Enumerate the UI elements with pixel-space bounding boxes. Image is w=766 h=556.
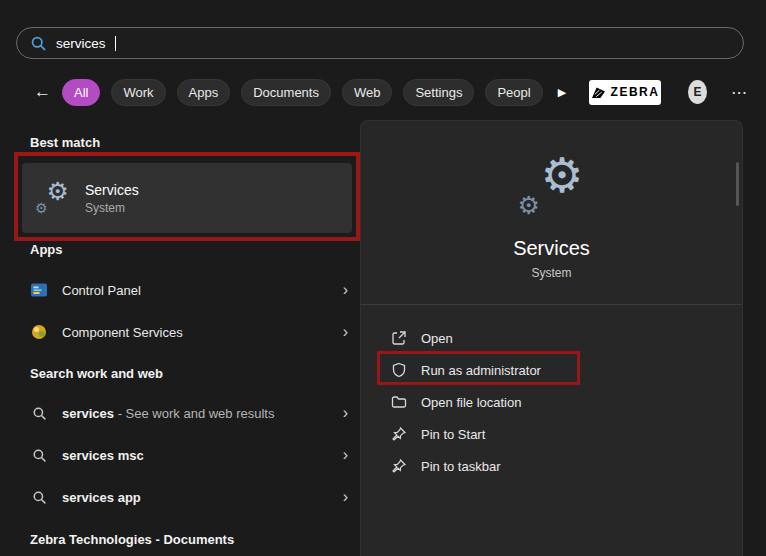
divider <box>361 304 742 305</box>
apps-heading: Apps <box>30 242 63 257</box>
more-options-icon[interactable]: ⋯ <box>731 83 748 102</box>
open-icon <box>391 330 407 346</box>
suggestion-query: services <box>62 406 114 421</box>
action-open-file-location[interactable]: Open file location <box>391 386 711 418</box>
action-label: Open file location <box>421 395 521 410</box>
web-search-heading: Search work and web <box>30 366 163 381</box>
best-match-item-services[interactable]: ⚙ ⚙ Services System <box>22 163 352 233</box>
best-match-heading: Best match <box>30 135 100 150</box>
chevron-right-icon[interactable]: › <box>339 282 352 298</box>
filter-tab-settings[interactable]: Settings <box>403 79 474 106</box>
search-icon <box>30 35 47 52</box>
list-item-label: Control Panel <box>62 283 141 298</box>
search-icon <box>30 446 48 464</box>
component-services-icon <box>30 323 48 341</box>
folder-icon <box>391 394 407 410</box>
filter-tab-web[interactable]: Web <box>342 79 393 106</box>
documents-heading: Zebra Technologies - Documents <box>30 532 234 547</box>
chevron-right-icon[interactable]: › <box>339 405 352 421</box>
filter-tab-people[interactable]: Peopl <box>485 79 542 106</box>
zebra-logo-label: ZEBRA <box>611 85 660 99</box>
services-gear-icon: ⚙ ⚙ <box>36 182 68 214</box>
chevron-right-icon[interactable]: › <box>339 489 352 505</box>
pin-icon <box>391 458 407 474</box>
filter-tab-work[interactable]: Work <box>111 79 165 106</box>
action-label: Run as administrator <box>421 363 541 378</box>
action-label: Open <box>421 331 453 346</box>
best-match-title: Services <box>85 182 139 198</box>
action-run-as-administrator[interactable]: Run as administrator <box>391 354 711 386</box>
search-icon <box>30 488 48 506</box>
filter-row: ← All Work Apps Documents Web Settings P… <box>34 78 748 106</box>
web-suggestion-services-msc[interactable]: services msc › <box>30 440 352 470</box>
filter-tab-documents[interactable]: Documents <box>241 79 331 106</box>
admin-shield-icon <box>391 362 407 378</box>
services-gear-icon: ⚙ ⚙ <box>520 158 584 216</box>
best-match-subtitle: System <box>85 201 139 215</box>
pin-icon <box>391 426 407 442</box>
text-caret <box>115 36 116 51</box>
search-input[interactable]: services <box>56 36 106 51</box>
preview-subtitle: System <box>361 266 742 280</box>
action-pin-to-taskbar[interactable]: Pin to taskbar <box>391 450 711 482</box>
suggestion-suffix: - See work and web results <box>114 406 274 421</box>
account-avatar[interactable]: E <box>688 80 707 104</box>
action-label: Pin to Start <box>421 427 485 442</box>
search-bar[interactable]: services <box>16 27 744 59</box>
list-item-component-services[interactable]: Component Services › <box>30 317 352 347</box>
web-suggestion-services-app[interactable]: services app › <box>30 482 352 512</box>
zebra-logo[interactable]: ZEBRA <box>589 80 661 105</box>
search-icon <box>30 404 48 422</box>
filter-tab-apps[interactable]: Apps <box>177 79 231 106</box>
zebra-head-icon <box>591 86 606 99</box>
list-item-control-panel[interactable]: Control Panel › <box>30 275 352 305</box>
preview-title: Services <box>361 237 742 260</box>
back-arrow-icon[interactable]: ← <box>34 82 51 102</box>
suggestion-query: services app <box>62 490 141 505</box>
action-label: Pin to taskbar <box>421 459 501 474</box>
web-suggestion-services[interactable]: services - See work and web results › <box>30 398 352 428</box>
action-pin-to-start[interactable]: Pin to Start <box>391 418 711 450</box>
control-panel-icon <box>30 281 48 299</box>
scrollbar-thumb[interactable] <box>736 162 739 206</box>
chevron-right-icon[interactable]: › <box>339 324 352 340</box>
preview-panel: ⚙ ⚙ Services System Open Run as administ… <box>360 120 743 556</box>
start-search-window: services ← All Work Apps Documents Web S… <box>0 0 766 556</box>
filter-tab-all[interactable]: All <box>62 79 100 106</box>
list-item-label: Component Services <box>62 325 183 340</box>
chevron-right-icon[interactable]: › <box>339 447 352 463</box>
suggestion-query: services msc <box>62 448 144 463</box>
action-open[interactable]: Open <box>391 322 711 354</box>
play-icon[interactable]: ▶ <box>558 86 566 99</box>
